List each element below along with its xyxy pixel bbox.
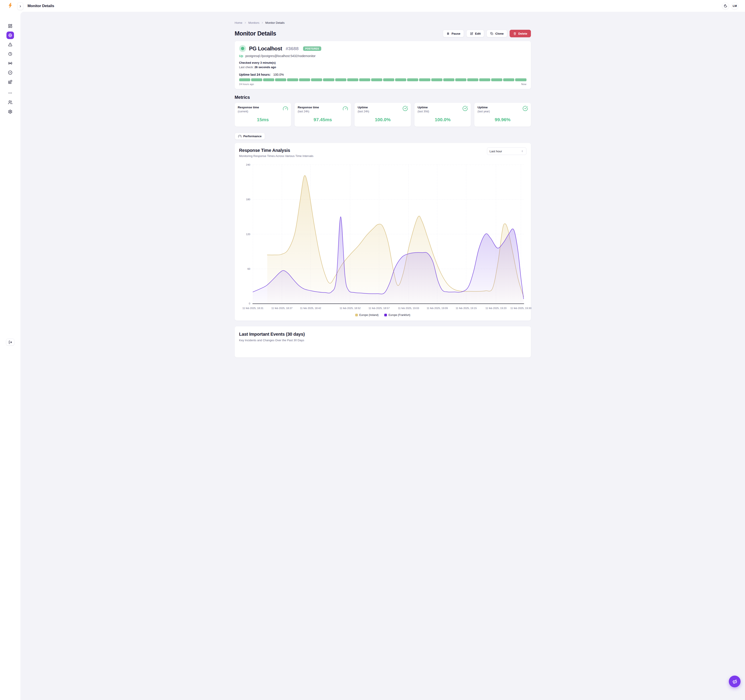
sidebar-item-dashboard[interactable] — [6, 22, 14, 30]
svg-text:11 feb 2025, 18:37: 11 feb 2025, 18:37 — [271, 307, 292, 309]
sidebar-item-maintenance[interactable] — [6, 50, 14, 58]
monitor-id: #3688 — [286, 46, 298, 51]
svg-text:11 feb 2025, 18:42: 11 feb 2025, 18:42 — [300, 307, 321, 309]
breadcrumb: Home Monitors Monitor Details — [235, 21, 373, 24]
events-subtitle: Key Incidents and Changes Over the Past … — [239, 339, 373, 342]
logout-icon — [8, 340, 12, 344]
check-frequency: Checked every 3 minute(s) — [239, 61, 373, 64]
ellipsis-icon — [8, 91, 12, 95]
metric-value: 100.0% — [358, 117, 372, 122]
sidebar-nav — [6, 22, 14, 86]
svg-text:120: 120 — [246, 233, 250, 235]
chevron-right-icon — [19, 5, 22, 8]
svg-text:11 feb 2025, 18:57: 11 feb 2025, 18:57 — [368, 307, 372, 309]
globe-icon — [8, 33, 12, 37]
sidebar-collapse-button[interactable] — [17, 3, 23, 10]
warning-triangle-icon — [8, 42, 12, 47]
blocks-icon — [8, 80, 12, 84]
uptime-bar-segment — [311, 78, 322, 81]
svg-text:11 feb 2025, 18:52: 11 feb 2025, 18:52 — [340, 307, 361, 309]
sidebar — [0, 0, 20, 350]
uptime-bar-segment — [359, 78, 370, 81]
metrics-grid: Response time (current) 15ms Response ti… — [235, 103, 373, 127]
breadcrumb-current: Monitor Details — [265, 21, 285, 24]
metric-value: 97.45ms — [298, 117, 348, 122]
monitor-type-badge: POSTGRES — [303, 46, 321, 51]
tab-performance[interactable]: Performance — [235, 133, 265, 139]
metric-card-response-24h: Response time (last 24h) 97.45ms — [295, 103, 351, 127]
breadcrumb-home[interactable]: Home — [235, 21, 242, 24]
events-card: Last Important Events (30 days) Key Inci… — [235, 326, 373, 350]
svg-text:240: 240 — [246, 163, 250, 166]
svg-text:60: 60 — [247, 268, 250, 270]
uptime-bar-segment — [371, 78, 372, 81]
lightning-bolt-icon — [7, 3, 13, 9]
uptime-24h: Uptime last 24 hours: 100.0% — [239, 73, 373, 76]
uptime-bar — [239, 78, 373, 81]
metric-card-response-current: Response time (current) 15ms — [235, 103, 291, 127]
uptime-bar-segment — [347, 78, 358, 81]
breadcrumb-monitors[interactable]: Monitors — [248, 21, 259, 24]
sidebar-item-uptime[interactable] — [6, 31, 14, 39]
gear-icon — [8, 109, 12, 114]
clock-icon — [8, 52, 12, 56]
svg-text:11 feb 2025, 18:31: 11 feb 2025, 18:31 — [242, 307, 263, 309]
metric-card-uptime-24h: Uptime (last 24h) 100.0% — [355, 103, 372, 127]
uptime-bar-segment — [323, 78, 334, 81]
chevron-right-icon — [244, 21, 247, 24]
svg-text:0: 0 — [249, 302, 250, 305]
monitor-url: postgresql://postgres@localhost:5432/nod… — [245, 54, 316, 58]
metric-value: 15ms — [238, 117, 288, 122]
badge-check-icon — [8, 70, 12, 75]
uptime-24h-value: 100.0% — [273, 73, 284, 76]
sidebar-item-settings[interactable] — [6, 108, 14, 115]
speedometer-icon — [343, 106, 348, 111]
app-logo[interactable] — [7, 3, 13, 9]
uptime-bar-segment — [251, 78, 262, 81]
status-indicator — [239, 45, 246, 52]
sidebar-item-status-pages[interactable] — [6, 60, 14, 67]
uptime-bar-segment — [263, 78, 274, 81]
last-check: Last check: 26 seconds ago — [239, 66, 373, 69]
speedometer-icon — [238, 135, 242, 138]
monitor-summary-card: PG Localhost #3688 POSTGRES Up postgresq… — [235, 41, 373, 89]
response-time-chart: 06012018024011 feb 2025, 18:3111 feb 202… — [239, 162, 373, 312]
chart-title: Response Time Analysis — [239, 148, 373, 153]
sidebar-item-checks[interactable] — [6, 69, 14, 76]
page-title: Monitor Details — [235, 30, 276, 37]
main-content-area: Home Monitors Monitor Details Monitor De… — [20, 12, 372, 350]
chart-subtitle: Monitoring Response Times Across Various… — [239, 154, 373, 157]
chart-legend: Europe (Ireland) Europe (Frankfurt) — [239, 313, 373, 318]
events-title: Last Important Events (30 days) — [239, 332, 373, 337]
legend-item-ireland[interactable]: Europe (Ireland) — [355, 313, 372, 316]
uptime-bar-segment — [275, 78, 286, 81]
status-dot — [241, 47, 244, 50]
response-time-analysis-card: Response Time Analysis Monitoring Respon… — [235, 143, 373, 321]
monitor-name: PG Localhost — [249, 45, 282, 52]
chevron-right-icon — [261, 21, 263, 24]
sidebar-item-more[interactable] — [6, 89, 14, 97]
uptime-bar-segment — [335, 78, 346, 81]
logout-button[interactable] — [6, 339, 14, 346]
dashboard-grid-icon — [8, 24, 12, 28]
sidebar-nav-secondary — [6, 89, 14, 115]
sidebar-item-integrations[interactable] — [6, 78, 14, 86]
topbar-title: Monitor Details — [27, 4, 54, 8]
status-text: Up — [239, 54, 243, 58]
legend-swatch — [355, 314, 358, 316]
svg-text:180: 180 — [246, 198, 250, 201]
users-icon — [8, 100, 12, 105]
uptime-bar-start-label: 24 hours ago — [239, 83, 254, 85]
topbar: Monitor Details LM — [20, 0, 372, 12]
sidebar-item-incidents[interactable] — [6, 41, 14, 48]
sidebar-item-team[interactable] — [6, 99, 14, 106]
speedometer-icon — [283, 106, 288, 111]
metrics-heading: Metrics — [235, 95, 373, 100]
uptime-bar-segment — [299, 78, 310, 81]
uptime-bar-segment — [287, 78, 298, 81]
uptime-bar-segment — [239, 78, 250, 81]
broadcast-icon — [8, 61, 12, 66]
